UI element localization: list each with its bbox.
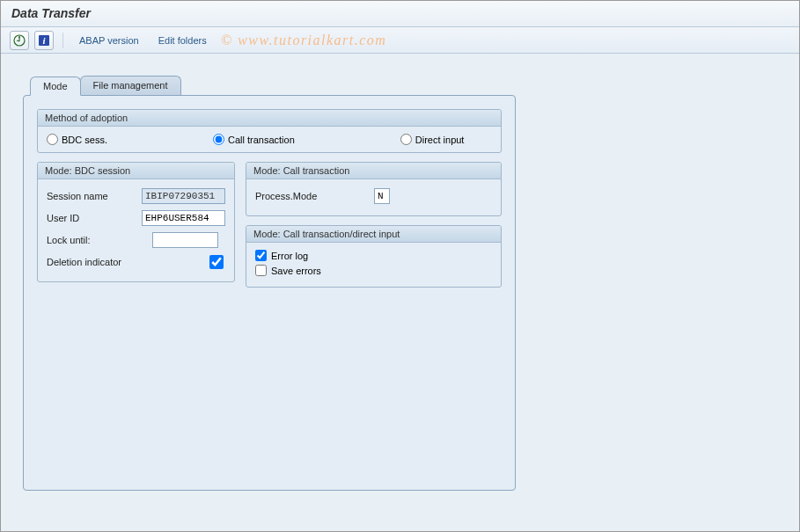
group-call-direct: Mode: Call transaction/direct input Erro… bbox=[246, 225, 502, 288]
radio-direct-input-input[interactable] bbox=[400, 134, 412, 145]
session-name-field[interactable] bbox=[142, 188, 225, 204]
tab-body: Method of adoption BDC sess. Call transa… bbox=[23, 95, 516, 491]
group-bdc-session: Mode: BDC session Session name User ID bbox=[37, 162, 235, 282]
group-errors-header: Mode: Call transaction/direct input bbox=[246, 226, 501, 243]
process-mode-field[interactable] bbox=[374, 188, 390, 204]
deletion-indicator-label: Deletion indicator bbox=[47, 257, 209, 267]
radio-call-transaction-input[interactable] bbox=[213, 134, 224, 145]
edit-folders-link[interactable]: Edit folders bbox=[151, 33, 214, 48]
radio-bdc-sess-label: BDC sess. bbox=[62, 135, 107, 145]
execute-icon bbox=[13, 34, 26, 47]
radio-call-transaction[interactable]: Call transaction bbox=[213, 134, 295, 145]
radio-direct-input[interactable]: Direct input bbox=[400, 134, 465, 145]
lock-until-field[interactable] bbox=[152, 232, 218, 248]
session-name-label: Session name bbox=[47, 191, 142, 201]
process-mode-label: Process.Mode bbox=[255, 191, 374, 201]
tab-strip: Mode File management bbox=[30, 76, 516, 95]
toolbar: i ABAP version Edit folders bbox=[1, 27, 799, 54]
user-id-field[interactable] bbox=[142, 210, 225, 226]
radio-direct-input-label: Direct input bbox=[415, 135, 465, 145]
adoption-radio-row: BDC sess. Call transaction Direct input bbox=[47, 134, 492, 145]
info-button[interactable]: i bbox=[34, 31, 54, 50]
group-call-transaction: Mode: Call transaction Process.Mode bbox=[246, 162, 502, 216]
toolbar-separator bbox=[62, 33, 63, 48]
save-errors-row[interactable]: Save errors bbox=[255, 265, 492, 276]
radio-bdc-sess[interactable]: BDC sess. bbox=[47, 134, 107, 145]
radio-call-transaction-label: Call transaction bbox=[228, 135, 295, 145]
tab-panel: Mode File management Method of adoption … bbox=[23, 76, 516, 491]
save-errors-label: Save errors bbox=[271, 266, 321, 276]
info-icon: i bbox=[38, 34, 50, 47]
error-log-row[interactable]: Error log bbox=[255, 250, 492, 261]
group-calltrans-header: Mode: Call transaction bbox=[246, 163, 501, 179]
user-id-label: User ID bbox=[47, 213, 142, 223]
tab-file-management[interactable]: File management bbox=[80, 76, 181, 95]
abap-version-link[interactable]: ABAP version bbox=[72, 33, 146, 48]
lock-until-label: Lock until: bbox=[47, 235, 152, 245]
save-errors-checkbox[interactable] bbox=[255, 265, 267, 276]
error-log-checkbox[interactable] bbox=[255, 250, 267, 261]
page-title: Data Transfer bbox=[11, 6, 789, 20]
error-log-label: Error log bbox=[271, 251, 308, 261]
group-bdc-header: Mode: BDC session bbox=[38, 163, 234, 179]
deletion-indicator-checkbox[interactable] bbox=[209, 255, 224, 269]
group-method-of-adoption: Method of adoption BDC sess. Call transa… bbox=[37, 109, 502, 153]
execute-button[interactable] bbox=[10, 31, 29, 50]
content-area: © www.tutorialkart.com Mode File managem… bbox=[1, 54, 799, 531]
tab-mode[interactable]: Mode bbox=[30, 77, 81, 96]
group-method-header: Method of adoption bbox=[38, 110, 501, 127]
radio-bdc-sess-input[interactable] bbox=[47, 134, 58, 145]
title-bar: Data Transfer bbox=[1, 1, 799, 27]
